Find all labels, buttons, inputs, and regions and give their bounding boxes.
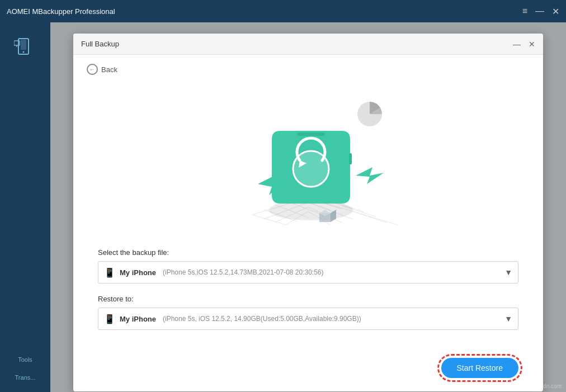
svg-rect-28 — [349, 153, 352, 164]
svg-line-22 — [353, 211, 386, 223]
modal-close-button[interactable]: ✕ — [529, 40, 535, 48]
start-restore-button[interactable]: Start Restore — [441, 358, 518, 378]
restore-device-info: (iPhone 5s, iOS 12.5.2, 14.90GB(Used:5.0… — [163, 315, 361, 323]
minimize-icon[interactable]: — — [535, 6, 544, 16]
backup-device-icon: 📱 — [104, 267, 115, 278]
watermark: wskdn.com — [534, 383, 562, 389]
menu-icon[interactable]: ≡ — [522, 6, 527, 16]
restore-device-icon: 📱 — [104, 314, 115, 324]
restore-to-label: Restore to: — [98, 295, 518, 303]
svg-rect-25 — [297, 133, 325, 136]
back-label: Back — [101, 65, 117, 74]
modal-body: ← Back — [73, 55, 543, 391]
back-button[interactable]: ← Back — [87, 64, 117, 75]
backup-device-name: My iPhone — [120, 268, 156, 277]
sidebar-bottom: Tools Trans... — [15, 356, 36, 392]
svg-rect-1 — [21, 40, 26, 50]
app-title: AOMEI MBackupper Professional — [7, 7, 115, 16]
backup-dropdown-arrow: ▼ — [504, 268, 512, 277]
app-title-bar: AOMEI MBackupper Professional ≡ — ✕ — [0, 0, 566, 22]
modal-title: Full Backup — [81, 40, 119, 48]
backup-file-label: Select the backup file: — [98, 248, 518, 257]
sidebar-item-transfer[interactable]: Trans... — [15, 374, 36, 381]
title-bar-controls: ≡ — ✕ — [522, 6, 559, 17]
sidebar-device-area — [11, 34, 39, 62]
restore-to-field-left: 📱 My iPhone (iPhone 5s, iOS 12.5.2, 14.9… — [104, 314, 361, 324]
svg-point-2 — [23, 51, 25, 53]
illustration-area — [87, 81, 530, 243]
svg-marker-34 — [356, 167, 384, 184]
back-circle-icon: ← — [87, 64, 98, 75]
restore-dropdown-arrow: ▼ — [504, 314, 512, 323]
sidebar: Tools Trans... — [0, 22, 50, 392]
title-bar-left: AOMEI MBackupper Professional — [7, 7, 115, 16]
restore-device-name: My iPhone — [120, 315, 156, 323]
svg-line-23 — [364, 215, 398, 225]
close-icon[interactable]: ✕ — [552, 6, 559, 17]
main-layout: Tools Trans... Full Backup — ✕ — [0, 22, 566, 392]
modal-window-controls: — ✕ — [513, 40, 535, 48]
device-icon — [14, 36, 36, 59]
content-area: Full Backup — ✕ ← Back — [50, 22, 566, 392]
modal-title-bar: Full Backup — ✕ — [73, 34, 543, 55]
restore-to-dropdown[interactable]: 📱 My iPhone (iPhone 5s, iOS 12.5.2, 14.9… — [98, 308, 518, 330]
form-section: Select the backup file: 📱 My iPhone (iPh… — [87, 248, 530, 341]
backup-file-dropdown[interactable]: 📱 My iPhone (iPhone 5s,iOS 12.5.2,14.73M… — [98, 261, 518, 284]
modal-dialog: Full Backup — ✕ ← Back — [73, 34, 543, 391]
backup-file-field-left: 📱 My iPhone (iPhone 5s,iOS 12.5.2,14.73M… — [104, 267, 324, 278]
button-area: Start Restore — [87, 347, 530, 378]
app-window: AOMEI MBackupper Professional ≡ — ✕ — [0, 0, 566, 392]
backup-device-info: (iPhone 5s,iOS 12.5.2,14.73MB,2021-07-08… — [163, 268, 324, 276]
restore-illustration — [207, 86, 409, 237]
modal-minimize-button[interactable]: — — [513, 40, 521, 48]
modal-overlay: Full Backup — ✕ ← Back — [50, 22, 566, 392]
sidebar-item-tools[interactable]: Tools — [18, 356, 32, 363]
